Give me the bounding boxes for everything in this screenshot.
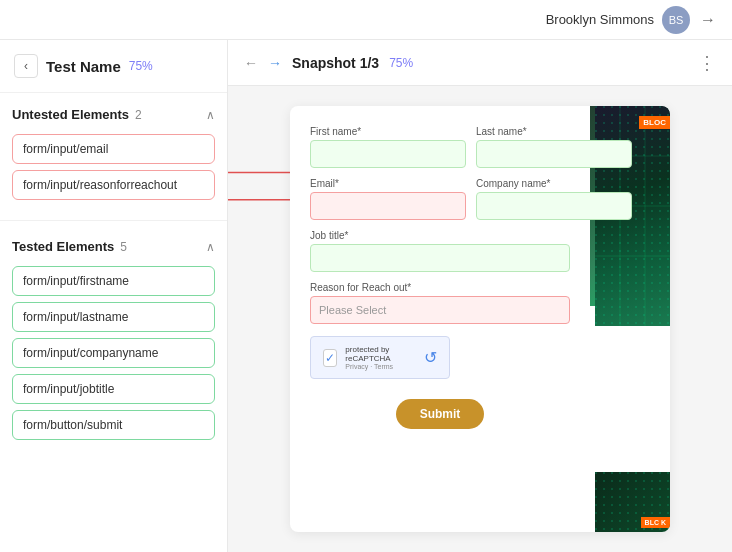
snapshot-badge: 75% [389,56,413,70]
reason-select[interactable]: Please Select [310,296,570,324]
back-button[interactable]: ‹ [14,54,38,78]
tested-collapse-icon[interactable]: ∧ [206,240,215,254]
snapshot-title: Snapshot 1/3 [292,55,379,71]
tested-section-header: Tested Elements 5 ∧ [12,235,215,258]
more-options-icon[interactable]: ⋮ [698,54,716,72]
user-info: Brooklyn Simmons BS [546,6,690,34]
tested-section: Tested Elements 5 ∧ form/input/firstname… [0,225,227,456]
sidebar-title: Test Name [46,58,121,75]
last-name-label: Last name* [476,126,632,137]
company-label: Company name* [476,178,632,189]
untested-items-list: form/input/email form/input/reasonforrea… [12,134,215,200]
company-group: Company name* [476,178,632,220]
recaptcha-logo: ↺ [424,348,437,367]
job-title-input[interactable] [310,244,570,272]
captcha-line1: protected by reCAPTCHA [345,345,416,363]
list-item[interactable]: form/input/companyname [12,338,215,368]
list-item[interactable]: form/input/reasonforreachout [12,170,215,200]
first-name-group: First name* [310,126,466,168]
avatar: BS [662,6,690,34]
prev-snapshot-button[interactable]: ← [244,55,258,71]
captcha-submit-row: ✓ protected by reCAPTCHA Privacy · Terms… [310,336,570,391]
tested-section-title: Tested Elements 5 [12,239,127,254]
email-group: Email* [310,178,466,220]
job-title-group: Job title* [310,230,570,272]
user-name: Brooklyn Simmons [546,12,654,27]
list-item[interactable]: form/button/submit [12,410,215,440]
email-label: Email* [310,178,466,189]
form-content: First name* Last name* Email* Compa [310,126,650,429]
sidebar: ‹ Test Name 75% Untested Elements 2 ∧ fo… [0,40,228,552]
tested-items-list: form/input/firstname form/input/lastname… [12,266,215,440]
preview-area: BLOC First name* Last name* Email [228,86,732,552]
reason-label: Reason for Reach out* [310,282,570,293]
untested-collapse-icon[interactable]: ∧ [206,108,215,122]
sidebar-header: ‹ Test Name 75% [0,40,227,93]
list-item[interactable]: form/input/lastname [12,302,215,332]
section-divider [0,220,227,221]
last-name-input[interactable] [476,140,632,168]
email-input[interactable] [310,192,466,220]
untested-section-header: Untested Elements 2 ∧ [12,103,215,126]
company-input[interactable] [476,192,632,220]
bloc2-label: BLC K [641,517,670,528]
job-title-label: Job title* [310,230,570,241]
untested-section: Untested Elements 2 ∧ form/input/email f… [0,93,227,216]
captcha-checkbox: ✓ [323,349,337,367]
submit-row: Submit [310,399,570,429]
untested-count: 2 [135,108,142,122]
main-layout: ‹ Test Name 75% Untested Elements 2 ∧ fo… [0,40,732,552]
submit-button[interactable]: Submit [396,399,485,429]
panel-toolbar: ← → Snapshot 1/3 75% ⋮ [228,40,732,86]
right-panel: ← → Snapshot 1/3 75% ⋮ [228,40,732,552]
app-header: Brooklyn Simmons BS → [0,0,732,40]
list-item[interactable]: form/input/firstname [12,266,215,296]
list-item[interactable]: form/input/email [12,134,215,164]
bottom-tech-bg: BLC K [595,472,670,532]
sidebar-progress-badge: 75% [129,59,153,73]
reason-group: Reason for Reach out* Please Select [310,282,570,324]
first-name-input[interactable] [310,140,466,168]
form-preview: BLOC First name* Last name* Email [290,106,670,532]
list-item[interactable]: form/input/jobtitle [12,374,215,404]
captcha-line2: Privacy · Terms [345,363,416,370]
next-snapshot-button[interactable]: → [268,55,282,71]
last-name-group: Last name* [476,126,632,168]
untested-section-title: Untested Elements 2 [12,107,142,122]
first-name-label: First name* [310,126,466,137]
tested-count: 5 [120,240,127,254]
form-grid: First name* Last name* Email* Compa [310,126,570,220]
captcha-text: protected by reCAPTCHA Privacy · Terms [345,345,416,370]
logout-icon[interactable]: → [700,11,716,29]
captcha-box: ✓ protected by reCAPTCHA Privacy · Terms… [310,336,450,379]
